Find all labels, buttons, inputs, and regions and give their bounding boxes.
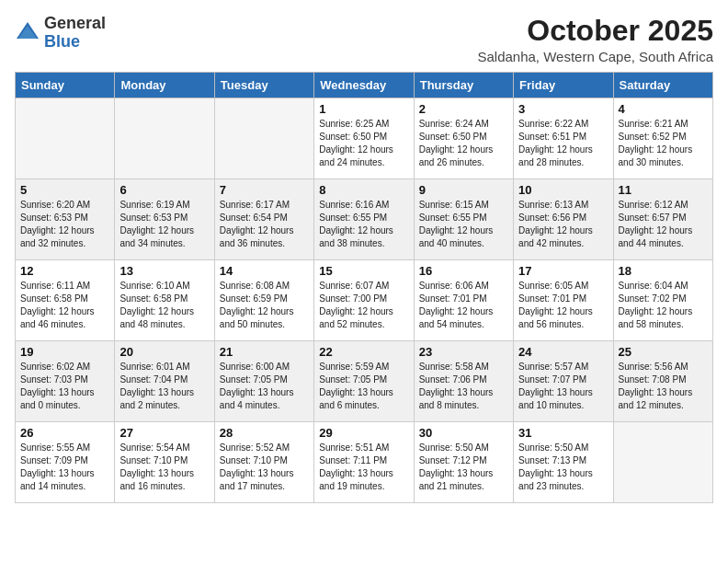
calendar-cell: 23Sunrise: 5:58 AM Sunset: 7:06 PM Dayli… [414,341,513,422]
day-info: Sunrise: 6:06 AM Sunset: 7:01 PM Dayligh… [419,280,508,331]
day-info: Sunrise: 5:54 AM Sunset: 7:10 PM Dayligh… [119,442,209,493]
calendar-cell: 30Sunrise: 5:50 AM Sunset: 7:12 PM Dayli… [414,422,513,503]
day-number: 26 [20,426,109,440]
day-number: 27 [119,426,209,440]
calendar-cell: 3Sunrise: 6:22 AM Sunset: 6:51 PM Daylig… [514,98,613,179]
day-info: Sunrise: 6:21 AM Sunset: 6:52 PM Dayligh… [619,118,708,169]
day-info: Sunrise: 5:56 AM Sunset: 7:08 PM Dayligh… [619,361,708,412]
calendar-cell: 1Sunrise: 6:25 AM Sunset: 6:50 PM Daylig… [314,98,414,179]
day-info: Sunrise: 5:58 AM Sunset: 7:06 PM Dayligh… [419,361,508,412]
day-info: Sunrise: 6:05 AM Sunset: 7:01 PM Dayligh… [518,280,608,331]
month-title: October 2025 [477,15,713,47]
calendar-cell: 29Sunrise: 5:51 AM Sunset: 7:11 PM Dayli… [314,422,414,503]
day-info: Sunrise: 6:19 AM Sunset: 6:53 PM Dayligh… [119,199,209,250]
calendar-cell: 31Sunrise: 5:50 AM Sunset: 7:13 PM Dayli… [514,422,613,503]
day-number: 30 [419,426,508,440]
day-number: 10 [518,183,608,197]
calendar-cell: 2Sunrise: 6:24 AM Sunset: 6:50 PM Daylig… [414,98,513,179]
calendar-cell: 22Sunrise: 5:59 AM Sunset: 7:05 PM Dayli… [314,341,414,422]
day-info: Sunrise: 6:16 AM Sunset: 6:55 PM Dayligh… [319,199,408,250]
day-info: Sunrise: 6:04 AM Sunset: 7:02 PM Dayligh… [619,280,708,331]
calendar-cell [115,98,214,179]
calendar-cell: 26Sunrise: 5:55 AM Sunset: 7:09 PM Dayli… [16,422,115,503]
calendar-cell: 5Sunrise: 6:20 AM Sunset: 6:53 PM Daylig… [16,179,115,260]
calendar-cell [16,98,115,179]
calendar-cell: 18Sunrise: 6:04 AM Sunset: 7:02 PM Dayli… [613,260,712,341]
day-info: Sunrise: 6:22 AM Sunset: 6:51 PM Dayligh… [518,118,608,169]
day-number: 25 [619,345,708,359]
calendar-cell: 12Sunrise: 6:11 AM Sunset: 6:58 PM Dayli… [16,260,115,341]
calendar-cell: 4Sunrise: 6:21 AM Sunset: 6:52 PM Daylig… [613,98,712,179]
calendar-header-row: SundayMondayTuesdayWednesdayThursdayFrid… [16,73,713,98]
day-info: Sunrise: 6:24 AM Sunset: 6:50 PM Dayligh… [419,118,508,169]
location-subtitle: Saldanha, Western Cape, South Africa [477,49,713,64]
day-number: 7 [220,183,309,197]
calendar-header-sunday: Sunday [16,73,115,98]
day-info: Sunrise: 6:00 AM Sunset: 7:05 PM Dayligh… [220,361,309,412]
day-info: Sunrise: 6:12 AM Sunset: 6:57 PM Dayligh… [619,199,708,250]
day-info: Sunrise: 6:17 AM Sunset: 6:54 PM Dayligh… [220,199,309,250]
logo: General Blue [15,15,106,52]
calendar-header-friday: Friday [514,73,613,98]
calendar-cell: 13Sunrise: 6:10 AM Sunset: 6:58 PM Dayli… [115,260,214,341]
day-number: 13 [119,264,209,278]
calendar-cell: 8Sunrise: 6:16 AM Sunset: 6:55 PM Daylig… [314,179,414,260]
calendar-cell [613,422,712,503]
day-info: Sunrise: 5:57 AM Sunset: 7:07 PM Dayligh… [518,361,608,412]
day-number: 4 [619,102,708,116]
day-info: Sunrise: 6:11 AM Sunset: 6:58 PM Dayligh… [20,280,109,331]
calendar-cell: 10Sunrise: 6:13 AM Sunset: 6:56 PM Dayli… [514,179,613,260]
day-number: 8 [319,183,408,197]
day-number: 31 [518,426,608,440]
calendar-cell [214,98,313,179]
calendar-header-monday: Monday [115,73,214,98]
day-info: Sunrise: 6:07 AM Sunset: 7:00 PM Dayligh… [319,280,408,331]
logo-icon [15,18,40,48]
day-number: 11 [619,183,708,197]
day-number: 2 [419,102,508,116]
calendar-cell: 28Sunrise: 5:52 AM Sunset: 7:10 PM Dayli… [214,422,313,503]
calendar-cell: 16Sunrise: 6:06 AM Sunset: 7:01 PM Dayli… [414,260,513,341]
calendar-cell: 21Sunrise: 6:00 AM Sunset: 7:05 PM Dayli… [214,341,313,422]
day-info: Sunrise: 5:50 AM Sunset: 7:13 PM Dayligh… [518,442,608,493]
calendar-cell: 11Sunrise: 6:12 AM Sunset: 6:57 PM Dayli… [613,179,712,260]
day-number: 15 [319,264,408,278]
day-info: Sunrise: 5:51 AM Sunset: 7:11 PM Dayligh… [319,442,408,493]
day-info: Sunrise: 6:25 AM Sunset: 6:50 PM Dayligh… [319,118,408,169]
calendar-cell: 20Sunrise: 6:01 AM Sunset: 7:04 PM Dayli… [115,341,214,422]
calendar-cell: 9Sunrise: 6:15 AM Sunset: 6:55 PM Daylig… [414,179,513,260]
calendar-header-wednesday: Wednesday [314,73,414,98]
day-number: 19 [20,345,109,359]
calendar-cell: 7Sunrise: 6:17 AM Sunset: 6:54 PM Daylig… [214,179,313,260]
calendar-header-thursday: Thursday [414,73,513,98]
calendar-week-row: 1Sunrise: 6:25 AM Sunset: 6:50 PM Daylig… [16,98,713,179]
day-number: 9 [419,183,508,197]
day-info: Sunrise: 6:10 AM Sunset: 6:58 PM Dayligh… [119,280,209,331]
calendar-cell: 15Sunrise: 6:07 AM Sunset: 7:00 PM Dayli… [314,260,414,341]
day-number: 14 [220,264,309,278]
day-number: 12 [20,264,109,278]
calendar-cell: 25Sunrise: 5:56 AM Sunset: 7:08 PM Dayli… [613,341,712,422]
calendar-week-row: 5Sunrise: 6:20 AM Sunset: 6:53 PM Daylig… [16,179,713,260]
logo-text: General Blue [44,15,106,52]
day-info: Sunrise: 5:52 AM Sunset: 7:10 PM Dayligh… [220,442,309,493]
calendar-cell: 14Sunrise: 6:08 AM Sunset: 6:59 PM Dayli… [214,260,313,341]
day-info: Sunrise: 6:01 AM Sunset: 7:04 PM Dayligh… [119,361,209,412]
calendar-header-saturday: Saturday [613,73,712,98]
calendar-header-tuesday: Tuesday [214,73,313,98]
day-info: Sunrise: 6:15 AM Sunset: 6:55 PM Dayligh… [419,199,508,250]
logo-general: General [44,14,106,32]
day-number: 5 [20,183,109,197]
day-info: Sunrise: 5:55 AM Sunset: 7:09 PM Dayligh… [20,442,109,493]
day-number: 20 [119,345,209,359]
day-number: 28 [220,426,309,440]
day-number: 23 [419,345,508,359]
calendar-week-row: 12Sunrise: 6:11 AM Sunset: 6:58 PM Dayli… [16,260,713,341]
day-number: 21 [220,345,309,359]
day-info: Sunrise: 6:20 AM Sunset: 6:53 PM Dayligh… [20,199,109,250]
day-info: Sunrise: 6:13 AM Sunset: 6:56 PM Dayligh… [518,199,608,250]
day-info: Sunrise: 5:50 AM Sunset: 7:12 PM Dayligh… [419,442,508,493]
calendar-cell: 17Sunrise: 6:05 AM Sunset: 7:01 PM Dayli… [514,260,613,341]
title-block: October 2025 Saldanha, Western Cape, Sou… [477,15,713,64]
day-number: 1 [319,102,408,116]
